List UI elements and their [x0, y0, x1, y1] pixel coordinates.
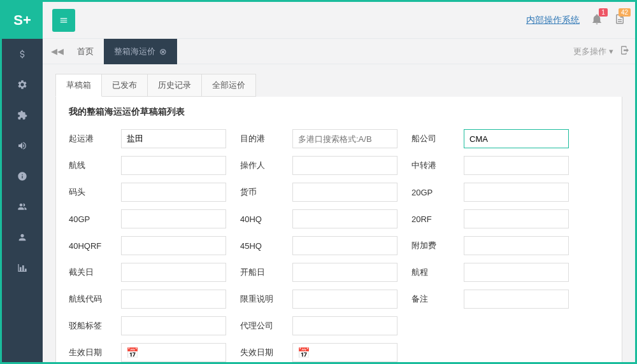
input-voyage[interactable]	[464, 263, 569, 282]
doc-badge: 42	[619, 8, 631, 17]
input-currency[interactable]	[292, 183, 397, 202]
input-terminal[interactable]	[121, 183, 226, 202]
nav-back-button[interactable]: ◀◀	[48, 42, 67, 61]
label-sail-date: 开船日	[240, 267, 278, 278]
header: 内部操作系统 1 42	[43, 2, 635, 39]
sub-tab-published[interactable]: 已发布	[101, 74, 148, 97]
input-sail-date[interactable]	[292, 263, 397, 282]
label-terminal: 码头	[69, 186, 107, 198]
more-operations-dropdown[interactable]: 更多操作 ▾	[573, 46, 613, 57]
input-closing-date[interactable]	[121, 263, 226, 282]
label-carrier: 船公司	[412, 133, 450, 144]
input-remark[interactable]	[464, 290, 569, 309]
input-20rf[interactable]	[464, 209, 569, 228]
hamburger-icon	[59, 16, 68, 25]
nav-tab-label: 整箱海运价	[114, 46, 155, 57]
sub-tab-draft[interactable]: 草稿箱	[55, 74, 102, 97]
sidebar: S+	[2, 2, 43, 362]
label-voyage: 航程	[412, 267, 450, 278]
label-barge-tag: 驳船标签	[69, 320, 107, 332]
label-origin-port: 起运港	[69, 133, 107, 144]
input-route-code[interactable]	[121, 290, 226, 309]
menu-toggle-button[interactable]	[52, 9, 75, 32]
input-40gp[interactable]	[121, 209, 226, 228]
label-40hq: 40HQ	[240, 214, 278, 224]
input-carrier[interactable]	[464, 129, 569, 148]
input-origin-port[interactable]	[121, 129, 226, 148]
input-operator[interactable]	[292, 156, 397, 175]
sidebar-item-gear[interactable]	[2, 69, 43, 100]
label-operator: 操作人	[240, 160, 278, 171]
sidebar-item-volume[interactable]	[2, 130, 43, 161]
label-closing-date: 截关日	[69, 267, 107, 278]
label-effective-date: 生效日期	[69, 347, 107, 358]
input-effective-date[interactable]	[121, 343, 226, 362]
input-weight-limit[interactable]	[292, 290, 397, 309]
label-agent: 代理公司	[240, 320, 278, 332]
label-currency: 货币	[240, 186, 278, 198]
logo: S+	[2, 2, 43, 39]
input-surcharge[interactable]	[464, 236, 569, 255]
nav-tab-home[interactable]: 首页	[67, 39, 104, 64]
label-expiry-date: 失效日期	[240, 347, 278, 358]
label-transit: 中转港	[412, 160, 450, 171]
input-45hq[interactable]	[292, 236, 397, 255]
label-40gp: 40GP	[69, 214, 107, 224]
label-45hq: 45HQ	[240, 241, 278, 251]
content-area: 草稿箱 已发布 历史记录 全部运价 我的整箱海运运价草稿箱列表 起运港 目的港 …	[43, 64, 635, 362]
label-route-code: 航线代码	[69, 293, 107, 305]
sub-tabs: 草稿箱 已发布 历史记录 全部运价	[55, 74, 622, 97]
logout-icon	[620, 45, 630, 55]
input-transit[interactable]	[464, 156, 569, 175]
search-panel: 我的整箱海运运价草稿箱列表 起运港 目的港 船公司 航线 操作人 中转港 码头 …	[55, 97, 622, 362]
internal-system-link[interactable]: 内部操作系统	[526, 15, 580, 26]
notification-badge: 1	[599, 8, 608, 17]
input-barge-tag[interactable]	[121, 316, 226, 335]
nav-bar: ◀◀ 首页 整箱海运价 ⊗ 更多操作 ▾	[43, 39, 635, 64]
label-20rf: 20RF	[412, 214, 450, 224]
tab-close-icon[interactable]: ⊗	[159, 46, 167, 57]
input-20gp[interactable]	[464, 183, 569, 202]
label-surcharge: 附加费	[412, 240, 450, 251]
sidebar-item-info[interactable]	[2, 161, 43, 192]
nav-tab-active[interactable]: 整箱海运价 ⊗	[104, 39, 177, 64]
doc-icon[interactable]: 42	[614, 13, 626, 27]
input-40hqrf[interactable]	[121, 236, 226, 255]
input-expiry-date[interactable]	[292, 343, 397, 362]
label-weight-limit: 限重说明	[240, 293, 278, 305]
input-agent[interactable]	[292, 316, 397, 335]
label-dest-port: 目的港	[240, 133, 278, 144]
chevron-down-icon: ▾	[609, 46, 613, 56]
sidebar-item-users[interactable]	[2, 192, 43, 222]
input-dest-port[interactable]	[292, 129, 397, 148]
input-40hq[interactable]	[292, 209, 397, 228]
label-remark: 备注	[412, 293, 450, 305]
sub-tab-all[interactable]: 全部运价	[201, 74, 256, 97]
input-route[interactable]	[121, 156, 226, 175]
label-route: 航线	[69, 160, 107, 171]
sidebar-item-user[interactable]	[2, 222, 43, 253]
panel-title: 我的整箱海运运价草稿箱列表	[69, 106, 609, 118]
sidebar-item-puzzle[interactable]	[2, 100, 43, 130]
sidebar-item-dollar[interactable]	[2, 39, 43, 69]
label-20gp: 20GP	[412, 188, 450, 197]
label-40hqrf: 40HQRF	[69, 241, 107, 251]
sub-tab-history[interactable]: 历史记录	[147, 74, 202, 97]
exit-button[interactable]	[620, 45, 630, 58]
sidebar-item-chart[interactable]	[2, 253, 43, 283]
search-form: 起运港 目的港 船公司 航线 操作人 中转港 码头 货币 20GP 40GP 4…	[69, 129, 609, 362]
notification-icon[interactable]: 1	[591, 13, 603, 27]
